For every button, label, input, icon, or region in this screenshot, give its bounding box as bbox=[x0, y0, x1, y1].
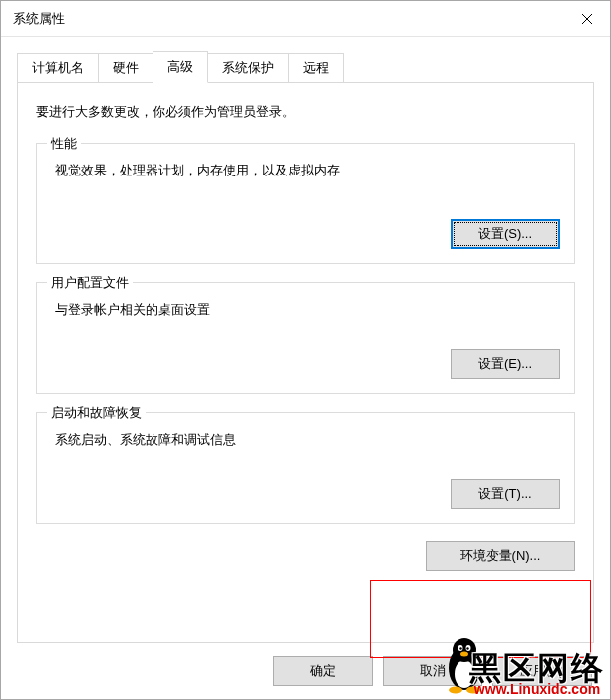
tab-system-protection[interactable]: 系统保护 bbox=[207, 53, 289, 82]
environment-variables-button[interactable]: 环境变量(N)... bbox=[426, 541, 575, 571]
titlebar: 系统属性 bbox=[1, 1, 610, 37]
apply-button[interactable]: 应用(A) bbox=[492, 656, 592, 686]
dialog-actions: 确定 取消 应用(A) bbox=[1, 643, 610, 699]
performance-group: 性能 视觉效果，处理器计划，内存使用，以及虚拟内存 设置(S)... bbox=[36, 143, 575, 264]
startup-recovery-group: 启动和故障恢复 系统启动、系统故障和调试信息 设置(T)... bbox=[36, 412, 575, 524]
tab-hardware[interactable]: 硬件 bbox=[98, 53, 153, 82]
ok-button[interactable]: 确定 bbox=[273, 656, 373, 686]
tab-computer-name[interactable]: 计算机名 bbox=[17, 53, 99, 82]
user-profiles-settings-button[interactable]: 设置(E)... bbox=[451, 349, 560, 379]
performance-settings-button[interactable]: 设置(S)... bbox=[451, 219, 560, 249]
tab-advanced[interactable]: 高级 bbox=[153, 51, 208, 83]
user-profiles-button-row: 设置(E)... bbox=[51, 349, 560, 379]
user-profiles-group: 用户配置文件 与登录帐户相关的桌面设置 设置(E)... bbox=[36, 282, 575, 394]
close-icon bbox=[581, 13, 593, 25]
performance-desc: 视觉效果，处理器计划，内存使用，以及虚拟内存 bbox=[55, 162, 560, 179]
tab-remote[interactable]: 远程 bbox=[288, 53, 344, 82]
env-vars-row: 环境变量(N)... bbox=[36, 541, 575, 571]
advanced-panel: 要进行大多数更改，你必须作为管理员登录。 性能 视觉效果，处理器计划，内存使用，… bbox=[17, 82, 594, 643]
window-title: 系统属性 bbox=[13, 10, 65, 28]
startup-recovery-settings-button[interactable]: 设置(T)... bbox=[451, 479, 560, 509]
user-profiles-title: 用户配置文件 bbox=[47, 274, 133, 292]
dialog-content: 计算机名 硬件 高级 系统保护 远程 要进行大多数更改，你必须作为管理员登录。 … bbox=[1, 37, 610, 643]
performance-title: 性能 bbox=[47, 135, 81, 153]
admin-instruction: 要进行大多数更改，你必须作为管理员登录。 bbox=[36, 103, 575, 121]
user-profiles-desc: 与登录帐户相关的桌面设置 bbox=[55, 301, 560, 319]
startup-recovery-desc: 系统启动、系统故障和调试信息 bbox=[55, 431, 560, 449]
startup-recovery-title: 启动和故障恢复 bbox=[47, 404, 146, 422]
cancel-button[interactable]: 取消 bbox=[383, 656, 482, 686]
close-button[interactable] bbox=[564, 1, 610, 37]
tab-strip: 计算机名 硬件 高级 系统保护 远程 bbox=[17, 51, 594, 82]
startup-recovery-button-row: 设置(T)... bbox=[51, 479, 560, 509]
performance-button-row: 设置(S)... bbox=[51, 219, 560, 249]
system-properties-window: 系统属性 计算机名 硬件 高级 系统保护 远程 要进行大多数更改，你必须作为管理… bbox=[0, 0, 611, 700]
